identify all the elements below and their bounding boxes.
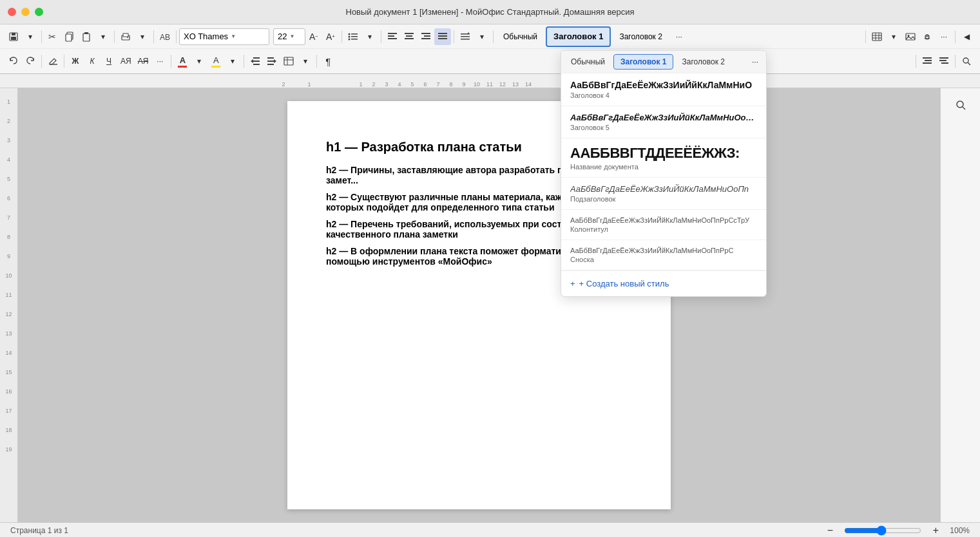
italic-button[interactable]: К <box>84 53 101 70</box>
style-entry-heading4[interactable]: АаБбВвГгДаЕеЁеЖжЗзИиЙйКкЛаМмНиО Заголово… <box>561 73 766 106</box>
font-name-selector[interactable]: XO Thames ▼ <box>179 28 269 45</box>
indent-decrease[interactable] <box>247 53 264 70</box>
font-size-decrease[interactable]: A− <box>305 28 322 45</box>
style-zagolovok1[interactable]: Заголовок 1 <box>546 26 611 47</box>
style-obychniy[interactable]: Обычный <box>496 26 544 47</box>
svg-text:АВС: АВС <box>160 33 170 41</box>
paste-button[interactable] <box>78 28 95 45</box>
align-justify-button[interactable] <box>434 28 451 45</box>
svg-rect-36 <box>461 39 470 40</box>
zoom-slider[interactable] <box>844 525 921 536</box>
maximize-button[interactable] <box>35 8 43 16</box>
bold-button[interactable]: Ж <box>67 53 84 70</box>
spell-button[interactable]: АВС <box>157 28 173 45</box>
svg-rect-20 <box>388 38 397 39</box>
list-arrow[interactable]: ▾ <box>361 28 378 45</box>
minimize-button[interactable] <box>21 8 30 16</box>
list-button[interactable] <box>345 28 361 45</box>
svg-point-10 <box>127 37 128 38</box>
copy-button[interactable] <box>61 28 78 45</box>
stretch-button[interactable]: АЯ <box>117 53 135 70</box>
align-left-button[interactable] <box>384 28 401 45</box>
link-button[interactable] <box>919 28 936 45</box>
paste-arrow-button[interactable]: ▾ <box>95 28 111 45</box>
zoom-plus-button[interactable]: + <box>929 524 942 537</box>
image-button[interactable] <box>902 28 919 45</box>
tab-zagolovok2[interactable]: Заголовок 2 <box>675 54 731 70</box>
search-panel-button[interactable] <box>958 53 975 70</box>
undo-button[interactable] <box>5 53 22 70</box>
document-canvas[interactable]: h1 — Разработка плана статьи h2 — Причин… <box>18 88 940 522</box>
svg-line-66 <box>968 62 970 65</box>
strikethrough-button[interactable]: АЯ <box>135 53 152 70</box>
align-right-button[interactable] <box>418 28 434 45</box>
separator5 <box>341 30 342 43</box>
print-button[interactable] <box>117 28 134 45</box>
style-entry-heading5[interactable]: АаБбВвГгДаЕеЁеЖжЗзИиЙйКкЛаМмНиОоПш Загол… <box>561 106 766 138</box>
table-arrow[interactable]: ▾ <box>885 28 902 45</box>
svg-rect-13 <box>351 33 358 35</box>
style-entry-docname[interactable]: ААББВВГТДДЕЕЁЁЖЖЗ: Название документа <box>561 138 766 178</box>
pilcrow-button[interactable]: ¶ <box>320 53 336 70</box>
svg-rect-64 <box>941 62 948 64</box>
vertical-ruler: 1 2 3 4 5 6 7 8 9 10 11 12 13 14 15 16 1… <box>0 88 18 522</box>
svg-rect-2 <box>11 37 16 40</box>
tab-zagolovok1[interactable]: Заголовок 1 <box>613 54 673 70</box>
linespacing-arrow[interactable]: ▾ <box>474 28 490 45</box>
svg-point-12 <box>349 33 351 35</box>
linespacing-button[interactable] <box>457 28 474 45</box>
svg-rect-49 <box>253 61 260 62</box>
svg-rect-43 <box>906 33 915 40</box>
toolbar-row1: ▾ ✂ ▾ ▾ АВС XO Thames ▼ 22 ▼ A <box>0 24 980 49</box>
indent-list-button[interactable] <box>919 53 936 70</box>
outdent-list-button[interactable] <box>936 53 952 70</box>
svg-rect-60 <box>925 60 932 61</box>
style-name-heading5: Заголовок 5 <box>570 124 757 131</box>
svg-rect-9 <box>123 33 128 37</box>
styles-dropdown-more[interactable]: ··· <box>747 53 764 70</box>
font-size-selector[interactable]: 22 ▼ <box>273 28 305 45</box>
redo-button[interactable] <box>22 53 39 70</box>
underline-button[interactable]: Ч <box>101 53 117 70</box>
font-name-arrow: ▼ <box>231 33 236 39</box>
statusbar: Страница 1 из 1 − + 100% <box>0 522 980 537</box>
style-name-docname: Название документа <box>570 163 757 171</box>
svg-marker-55 <box>274 59 276 63</box>
tab-obychniy[interactable]: Обычный <box>564 54 612 70</box>
align-center-button[interactable] <box>401 28 418 45</box>
create-style-button[interactable]: + + Создать новый стиль <box>561 270 766 296</box>
table-button[interactable] <box>869 28 885 45</box>
style-entry-footnote[interactable]: АаБбВвГгДаЕеЁеЖжЗзИиЙйКкЛаМмНиОоПпРрС Сн… <box>561 240 766 270</box>
insert-more-button[interactable]: ··· <box>936 28 952 45</box>
separator6 <box>381 30 381 43</box>
style-entry-footer[interactable]: АаБбВвГгДаЕеЁеЖжЗзИиЙйКкЛаМмНиОоПпРрСсТр… <box>561 210 766 240</box>
font-size-increase[interactable]: A+ <box>322 28 339 45</box>
eraser-button[interactable] <box>44 53 61 70</box>
separator-r2-2 <box>64 55 64 68</box>
cut-button[interactable]: ✂ <box>44 28 61 45</box>
close-button[interactable] <box>8 8 16 16</box>
zoom-minus-button[interactable]: − <box>823 524 836 537</box>
print-arrow-button[interactable]: ▾ <box>134 28 151 45</box>
table-btn-row2[interactable] <box>280 53 297 70</box>
style-preview-docname: ААББВВГТДДЕЕЁЁЖЖЗ: <box>570 145 757 162</box>
font-color-arrow[interactable]: ▾ <box>191 53 207 70</box>
window-title: Новый документ 1 [Изменен] - МойОфис Ста… <box>346 7 635 17</box>
svg-rect-52 <box>267 57 274 59</box>
window-controls[interactable] <box>8 8 43 16</box>
save-button[interactable] <box>5 28 22 45</box>
collapse-right[interactable]: ◀ <box>958 28 975 45</box>
table-btn-row2-arrow[interactable]: ▾ <box>297 53 314 70</box>
style-zagolovok2[interactable]: Заголовок 2 <box>612 26 669 47</box>
highlight-arrow[interactable]: ▾ <box>224 53 241 70</box>
font-format-more[interactable]: ··· <box>151 53 168 70</box>
style-entry-subheading[interactable]: АаБбВвГгДаЕеЁеЖжЗзИиЙйКкЛаМмНиОоПп Подза… <box>561 178 766 210</box>
font-color-button[interactable]: А <box>174 53 191 70</box>
styles-more-button[interactable]: ··· <box>671 28 687 45</box>
svg-rect-31 <box>438 35 447 37</box>
indent-increase[interactable] <box>264 53 280 70</box>
highlight-button[interactable]: А <box>207 53 224 70</box>
search-side-button[interactable] <box>949 93 972 117</box>
styles-bar: Обычный Заголовок 1 Заголовок 2 ··· <box>496 26 863 47</box>
save-arrow-button[interactable]: ▾ <box>22 28 39 45</box>
